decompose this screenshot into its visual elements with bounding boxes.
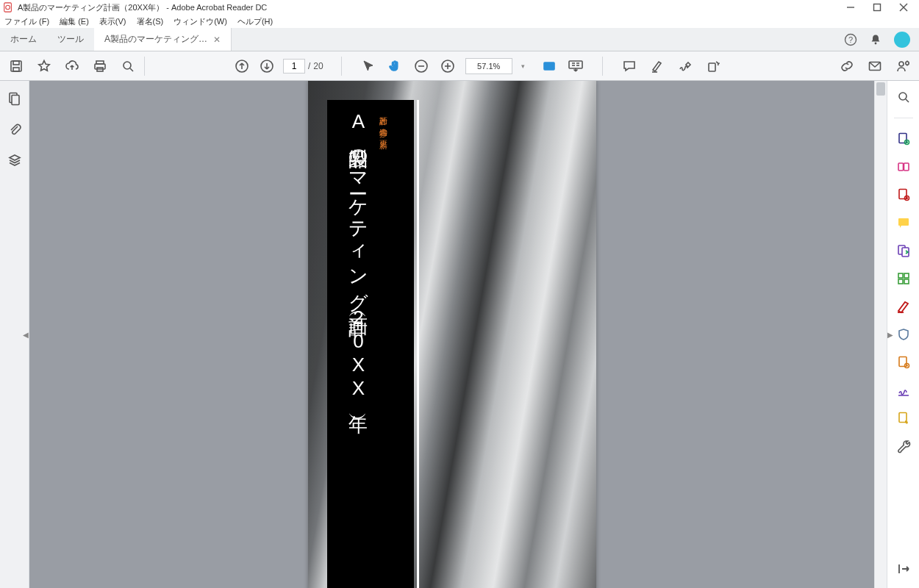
page-up-icon[interactable] — [233, 57, 251, 75]
window-maximize-button[interactable] — [872, 2, 882, 12]
menu-help[interactable]: ヘルプ(H) — [237, 16, 273, 27]
thumbnails-panel-icon[interactable] — [7, 91, 22, 106]
left-rail: ◀ — [0, 81, 29, 588]
fit-width-icon[interactable] — [540, 57, 558, 75]
document-viewport[interactable]: A製品のマーケティング計画（20XX年） 計画と進捗の更新 — [29, 81, 874, 588]
organize-pages-icon[interactable] — [896, 271, 911, 286]
svg-rect-50 — [898, 273, 903, 278]
edit-pdf-icon[interactable] — [896, 187, 911, 202]
svg-rect-43 — [898, 163, 904, 171]
email-icon[interactable] — [866, 57, 884, 75]
zoom-level[interactable]: 57.1%▾ — [465, 58, 512, 74]
share-person-icon[interactable] — [894, 57, 912, 75]
menu-bar: ファイル (F) 編集 (E) 表示(V) 署名(S) ウィンドウ(W) ヘルプ… — [0, 15, 919, 28]
save-icon[interactable] — [7, 57, 25, 75]
svg-rect-9 — [11, 61, 21, 71]
svg-point-8 — [875, 42, 877, 44]
rotate-icon[interactable] — [704, 57, 722, 75]
link-share-icon[interactable] — [838, 57, 856, 75]
page-current-input[interactable] — [283, 59, 305, 74]
menu-view[interactable]: 表示(V) — [99, 16, 126, 27]
cloud-upload-icon[interactable] — [63, 57, 81, 75]
highlighter-icon[interactable] — [648, 57, 666, 75]
vertical-scrollbar[interactable] — [874, 81, 887, 588]
tab-document-label: A製品のマーケティング… — [104, 33, 207, 46]
window-close-button[interactable] — [898, 2, 909, 12]
svg-rect-3 — [874, 4, 881, 11]
combine-files-icon[interactable] — [896, 243, 911, 258]
hand-tool-icon[interactable] — [386, 57, 404, 75]
page-indicator: / 20 — [283, 58, 323, 74]
page-sep: / — [308, 61, 310, 71]
tab-close-icon[interactable]: ✕ — [213, 35, 221, 45]
vertical-scrollbar-thumb[interactable] — [876, 82, 885, 96]
svg-rect-44 — [904, 163, 909, 171]
bell-icon[interactable] — [869, 33, 882, 46]
menu-file[interactable]: ファイル (F) — [4, 16, 49, 27]
sign-icon[interactable] — [676, 57, 694, 75]
svg-rect-10 — [13, 61, 19, 65]
document-page: A製品のマーケティング計画（20XX年） 計画と進捗の更新 — [308, 81, 596, 588]
tab-home[interactable]: ホーム — [0, 28, 47, 51]
window-title: A製品のマーケティング計画（20XX年） - Adobe Acrobat Rea… — [18, 2, 267, 13]
create-pdf-icon[interactable] — [896, 159, 911, 174]
svg-rect-31 — [709, 63, 715, 71]
page-down-icon[interactable] — [258, 57, 276, 75]
svg-line-16 — [130, 68, 133, 71]
menu-edit[interactable]: 編集 (E) — [60, 16, 89, 27]
comment-icon[interactable] — [621, 57, 638, 75]
tabstrip: ホーム ツール A製品のマーケティング… ✕ ? — [0, 28, 919, 51]
comment-tool-icon[interactable] — [896, 215, 911, 230]
layers-panel-icon[interactable] — [7, 153, 22, 168]
menu-window[interactable]: ウィンドウ(W) — [174, 16, 227, 27]
menu-sign[interactable]: 署名(S) — [137, 16, 164, 27]
slide-subtitle: 計画と進捗の更新 — [378, 110, 389, 135]
svg-point-39 — [899, 93, 907, 100]
chevron-down-icon[interactable]: ▾ — [521, 62, 525, 70]
export-pdf-icon[interactable] — [896, 132, 911, 146]
tab-tools[interactable]: ツール — [47, 28, 94, 51]
compress-icon[interactable] — [896, 355, 911, 370]
svg-rect-11 — [13, 68, 19, 71]
svg-rect-25 — [569, 61, 582, 68]
svg-line-40 — [906, 99, 909, 102]
svg-rect-51 — [904, 273, 909, 278]
page-total: 20 — [313, 61, 323, 71]
slide-divider — [417, 100, 419, 588]
right-rail-collapse-handle[interactable]: ▶ — [886, 319, 895, 350]
svg-rect-52 — [898, 279, 903, 284]
svg-point-15 — [124, 62, 131, 69]
slide-title: A製品のマーケティング計画（20XX年） — [346, 110, 372, 404]
svg-text:?: ? — [848, 35, 853, 44]
star-icon[interactable] — [35, 57, 53, 75]
right-rail: ▶ — [887, 81, 919, 588]
svg-rect-53 — [904, 279, 909, 284]
send-for-signature-icon[interactable] — [896, 411, 911, 426]
protect-icon[interactable] — [896, 327, 911, 342]
tab-document[interactable]: A製品のマーケティング… ✕ — [94, 28, 232, 51]
main-toolbar: / 20 57.1%▾ — [0, 51, 919, 81]
fill-sign-icon[interactable] — [896, 383, 911, 398]
window-minimize-button[interactable] — [845, 2, 856, 12]
expand-rail-icon[interactable] — [896, 562, 911, 576]
attachments-panel-icon[interactable] — [7, 122, 22, 137]
search-icon-rail[interactable] — [896, 90, 911, 104]
account-avatar[interactable] — [894, 32, 910, 48]
window-titlebar: A製品のマーケティング計画（20XX年） - Adobe Acrobat Rea… — [0, 0, 919, 15]
pdf-icon — [3, 2, 13, 12]
svg-rect-38 — [12, 96, 19, 105]
svg-rect-0 — [4, 3, 12, 12]
read-mode-icon[interactable] — [567, 57, 584, 75]
more-tools-icon[interactable] — [896, 439, 911, 453]
help-icon[interactable]: ? — [844, 33, 857, 46]
svg-point-33 — [899, 62, 904, 66]
svg-rect-13 — [95, 64, 105, 69]
svg-rect-47 — [898, 218, 909, 226]
zoom-out-icon[interactable] — [412, 57, 430, 75]
selection-tool-icon[interactable] — [360, 57, 377, 75]
search-icon[interactable] — [119, 57, 137, 75]
zoom-in-icon[interactable] — [439, 57, 457, 75]
redact-icon[interactable] — [896, 299, 911, 314]
print-icon[interactable] — [91, 57, 109, 75]
svg-point-34 — [906, 61, 909, 64]
